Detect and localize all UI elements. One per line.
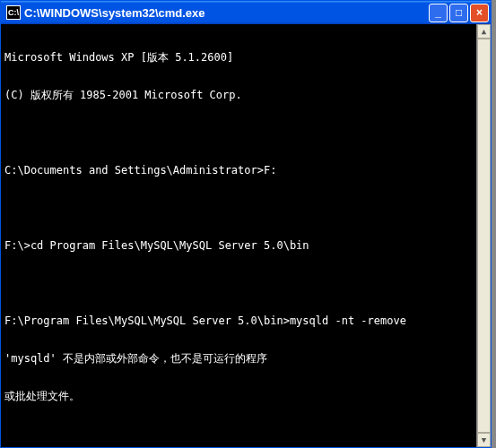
- prompt-line: F:\>cd Program Files\MySQL\MySQL Server …: [4, 239, 487, 252]
- terminal-area[interactable]: Microsoft Windows XP [版本 5.1.2600] (C) 版…: [1, 24, 491, 447]
- output-line: [4, 277, 487, 289]
- scroll-thumb[interactable]: [477, 39, 491, 433]
- output-line: Microsoft Windows XP [版本 5.1.2600]: [4, 51, 487, 64]
- output-line: [4, 427, 487, 440]
- output-line: 'mysqld' 不是内部或外部命令，也不是可运行的程序: [4, 352, 487, 365]
- output-line: (C) 版权所有 1985-2001 Microsoft Corp.: [4, 89, 487, 101]
- scroll-down-button[interactable]: ▼: [477, 433, 491, 447]
- titlebar[interactable]: C:\ C:\WINDOWS\system32\cmd.exe _ □ ×: [1, 1, 491, 24]
- scroll-up-button[interactable]: ▲: [477, 24, 491, 39]
- scroll-track[interactable]: [477, 39, 491, 433]
- minimize-button[interactable]: _: [429, 4, 448, 22]
- output-line: [4, 202, 487, 214]
- window-title: C:\WINDOWS\system32\cmd.exe: [24, 6, 427, 20]
- maximize-button[interactable]: □: [449, 4, 468, 22]
- prompt-line: F:\Program Files\MySQL\MySQL Server 5.0\…: [4, 314, 487, 327]
- prompt-line: C:\Documents and Settings\Administrator>…: [4, 164, 487, 177]
- cmd-icon: C:\: [6, 5, 21, 20]
- output-line: 或批处理文件。: [4, 390, 487, 402]
- output-line: [4, 126, 487, 139]
- cmd-window: C:\ C:\WINDOWS\system32\cmd.exe _ □ × Mi…: [0, 0, 492, 448]
- scrollbar[interactable]: ▲ ▼: [476, 24, 491, 447]
- close-button[interactable]: ×: [470, 4, 489, 22]
